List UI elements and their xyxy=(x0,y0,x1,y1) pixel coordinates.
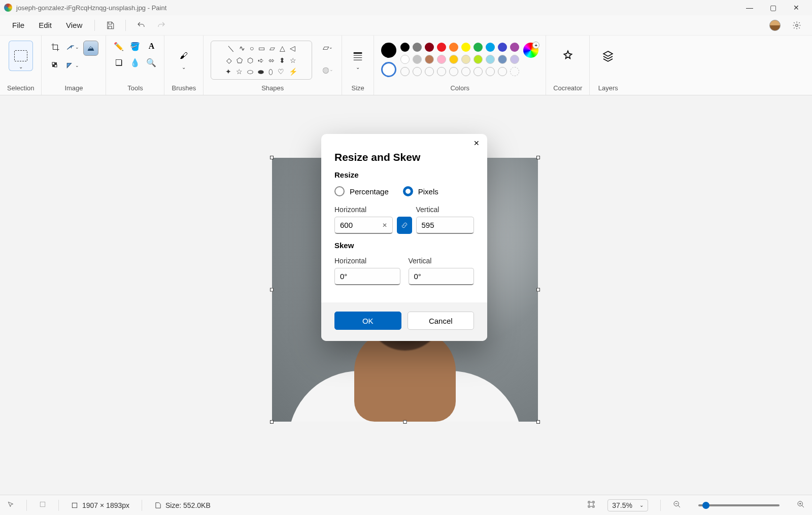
skew-vertical-label: Vertical xyxy=(409,257,475,265)
resize-handle[interactable] xyxy=(270,156,274,159)
color-swatch[interactable] xyxy=(400,55,410,64)
group-size: ⌄ Size xyxy=(342,36,374,95)
fit-to-screen-icon[interactable] xyxy=(587,500,595,510)
file-size: Size: 552.0KB xyxy=(154,501,211,509)
color-swatch[interactable] xyxy=(473,43,483,52)
close-window-button[interactable]: ✕ xyxy=(785,0,808,15)
shapes-palette[interactable]: ＼∿○▭▱△◁ ◇⬠⬡➪⬄⬍☆ ✦☆⬭⬬⬯♡⚡ xyxy=(211,41,312,80)
zoom-combo[interactable]: 37.5%⌄ xyxy=(607,499,648,511)
resize-handle[interactable] xyxy=(403,420,407,424)
selection-tool[interactable]: ⌄ xyxy=(9,41,33,71)
empty-color-slot[interactable] xyxy=(498,67,507,76)
eyedropper-icon[interactable]: 💧 xyxy=(129,57,141,68)
color-swatch[interactable] xyxy=(486,43,495,52)
group-colors: Colors xyxy=(374,36,546,95)
color-swatch[interactable] xyxy=(437,43,446,52)
skew-vertical-input[interactable]: 0° xyxy=(409,268,475,285)
maximize-button[interactable]: ▢ xyxy=(761,0,785,15)
resize-icon[interactable]: ⌄ xyxy=(66,41,79,54)
radio-pixels[interactable]: Pixels xyxy=(403,186,438,196)
cancel-button[interactable]: Cancel xyxy=(408,312,475,330)
empty-color-slot[interactable] xyxy=(473,67,483,76)
group-cocreator: Cocreator xyxy=(546,36,590,95)
ok-button[interactable]: OK xyxy=(334,312,401,330)
undo-icon[interactable] xyxy=(133,17,149,33)
magnifier-icon[interactable]: 🔍 xyxy=(146,57,157,68)
save-icon[interactable] xyxy=(102,17,118,33)
horizontal-label: Horizontal xyxy=(334,205,393,214)
color-swatch[interactable] xyxy=(498,55,507,64)
menu-edit[interactable]: Edit xyxy=(31,18,59,32)
edit-colors-icon[interactable] xyxy=(523,43,538,58)
color-swatch[interactable] xyxy=(425,43,434,52)
menu-file[interactable]: File xyxy=(5,18,31,32)
ribbon: ⌄ Selection ⌄ ⌄ Image ✏️ xyxy=(0,36,812,95)
menu-view[interactable]: View xyxy=(59,18,89,32)
brushes-button[interactable]: 🖌⌄ xyxy=(175,41,192,71)
color-2[interactable] xyxy=(381,62,396,77)
color-swatch[interactable] xyxy=(461,43,470,52)
clear-icon[interactable]: ✕ xyxy=(382,222,387,229)
resize-handle[interactable] xyxy=(270,288,274,292)
zoom-slider[interactable] xyxy=(698,504,780,506)
dialog-close-button[interactable]: ✕ xyxy=(469,136,484,150)
image-preview-icon[interactable] xyxy=(83,41,98,56)
color-swatch[interactable] xyxy=(461,55,470,64)
user-avatar[interactable] xyxy=(769,20,781,31)
settings-icon[interactable] xyxy=(789,17,805,33)
resize-handle[interactable] xyxy=(536,420,540,424)
shape-outline-icon[interactable]: ▱ ⌄ xyxy=(321,41,334,54)
group-brushes: 🖌⌄ Brushes xyxy=(164,36,204,95)
color-swatch[interactable] xyxy=(486,55,495,64)
rotate-icon[interactable]: ⌄ xyxy=(66,59,79,72)
empty-color-slot[interactable] xyxy=(510,67,519,76)
fill-icon[interactable]: 🪣 xyxy=(129,41,141,52)
color-1[interactable] xyxy=(381,43,396,58)
color-swatch[interactable] xyxy=(449,55,458,64)
text-icon[interactable]: A xyxy=(146,41,157,52)
color-swatch[interactable] xyxy=(413,43,422,52)
empty-color-slot[interactable] xyxy=(437,67,446,76)
cocreator-button[interactable] xyxy=(557,41,579,71)
radio-percentage[interactable]: Percentage xyxy=(334,186,389,196)
zoom-in-icon[interactable] xyxy=(797,500,805,510)
maintain-aspect-button[interactable] xyxy=(397,217,412,234)
svg-rect-2 xyxy=(55,65,57,67)
size-button[interactable]: ⌄ xyxy=(349,41,366,71)
redo-icon[interactable] xyxy=(153,17,170,33)
color-swatch[interactable] xyxy=(449,43,458,52)
resize-handle[interactable] xyxy=(270,420,274,424)
empty-color-slot[interactable] xyxy=(413,67,422,76)
group-tools: ✏️ 🪣 A ❏ 💧 🔍 Tools xyxy=(106,36,164,95)
vertical-input[interactable]: 595 xyxy=(416,217,475,234)
transparent-selection-icon[interactable] xyxy=(49,59,62,72)
resize-skew-dialog: ✕ Resize and Skew Resize Percentage Pixe… xyxy=(321,134,487,341)
empty-color-slot[interactable] xyxy=(400,67,410,76)
resize-handle[interactable] xyxy=(536,156,540,159)
color-palette xyxy=(400,43,519,76)
zoom-out-icon[interactable] xyxy=(673,500,681,510)
empty-color-slot[interactable] xyxy=(486,67,495,76)
empty-color-slot[interactable] xyxy=(425,67,434,76)
shape-fill-icon[interactable]: ◍ ⌄ xyxy=(321,63,334,76)
color-swatch[interactable] xyxy=(510,55,519,64)
horizontal-input[interactable]: 600✕ xyxy=(334,217,393,234)
color-swatch[interactable] xyxy=(510,43,519,52)
color-swatch[interactable] xyxy=(437,55,446,64)
menu-bar: File Edit View xyxy=(0,15,812,36)
eraser-icon[interactable]: ❏ xyxy=(113,57,124,68)
color-swatch[interactable] xyxy=(413,55,422,64)
pencil-icon[interactable]: ✏️ xyxy=(113,41,124,52)
color-swatch[interactable] xyxy=(400,43,410,52)
minimize-button[interactable]: ― xyxy=(738,0,761,15)
skew-horizontal-input[interactable]: 0° xyxy=(334,268,400,285)
color-swatch[interactable] xyxy=(425,55,434,64)
layers-button[interactable] xyxy=(597,41,619,71)
group-layers: Layers xyxy=(590,36,626,95)
crop-icon[interactable] xyxy=(49,41,62,54)
color-swatch[interactable] xyxy=(473,55,483,64)
empty-color-slot[interactable] xyxy=(461,67,470,76)
color-swatch[interactable] xyxy=(498,43,507,52)
resize-handle[interactable] xyxy=(536,288,540,292)
empty-color-slot[interactable] xyxy=(449,67,458,76)
